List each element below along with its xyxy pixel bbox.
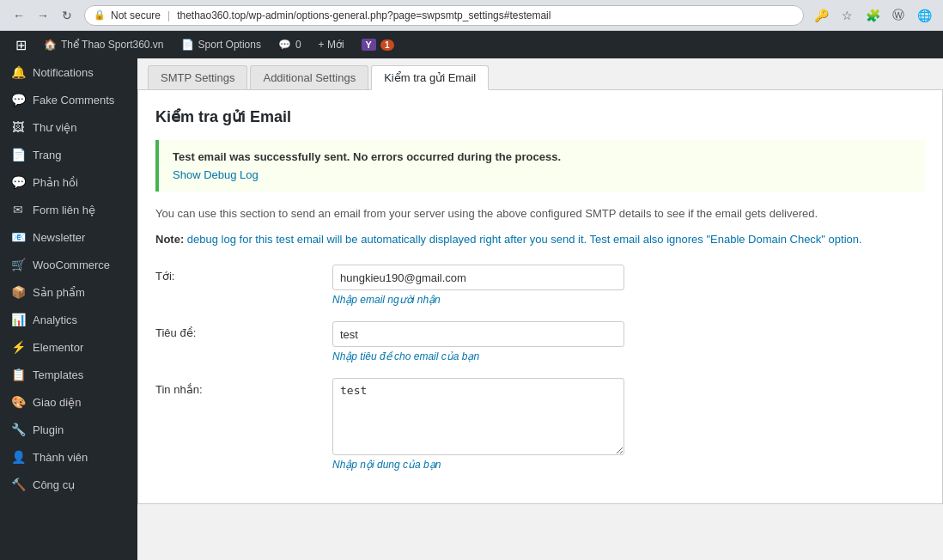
thanh-vien-label: Thành viên bbox=[33, 451, 88, 464]
wp-logo-icon: ⊞ bbox=[15, 37, 27, 53]
plugin-icon: 🔧 bbox=[10, 423, 26, 436]
show-debug-log-link[interactable]: Show Debug Log bbox=[173, 168, 259, 181]
page-content: Kiểm tra gửi Email Test email was succes… bbox=[137, 90, 943, 504]
notice-message: Test email was successfully sent. No err… bbox=[173, 150, 911, 163]
comments-icon: 💬 bbox=[278, 39, 291, 51]
giao-dien-label: Giao diện bbox=[33, 396, 81, 409]
sidebar-item-templates[interactable]: 📋 Templates bbox=[0, 361, 137, 388]
sidebar-item-san-pham[interactable]: 📦 Sản phẩm bbox=[0, 278, 137, 306]
site-name-label: Thể Thao Sport360.vn bbox=[61, 39, 164, 51]
notifications-label: Notifications bbox=[33, 66, 94, 79]
success-notice: Test email was successfully sent. No err… bbox=[155, 140, 925, 192]
description-text: You can use this section to send an emai… bbox=[155, 205, 925, 222]
extensions-icon[interactable]: 🧩 bbox=[862, 5, 883, 26]
form-lien-he-label: Form liên hệ bbox=[33, 204, 95, 216]
fake-comments-icon: 💬 bbox=[10, 93, 26, 107]
adminbar-comments[interactable]: 💬 0 bbox=[270, 31, 310, 58]
templates-icon: 📋 bbox=[10, 368, 26, 381]
pages-icon: 📄 bbox=[181, 39, 194, 51]
yoast-badge: 1 bbox=[380, 40, 394, 51]
reload-button[interactable]: ↻ bbox=[57, 5, 77, 26]
thu-vien-icon: 🖼 bbox=[10, 120, 26, 134]
url-text: thethao360.top/wp-admin/options-general.… bbox=[177, 9, 551, 21]
sidebar-item-giao-dien[interactable]: 🎨 Giao diện bbox=[0, 388, 137, 416]
sidebar-item-notifications[interactable]: 🔔 Notifications bbox=[0, 58, 137, 86]
wp-ext-icon[interactable]: Ⓦ bbox=[888, 5, 909, 26]
browser-chrome: ← → ↻ 🔒 Not secure | thethao360.top/wp-a… bbox=[0, 0, 943, 31]
sport-options-label: Sport Options bbox=[198, 39, 261, 51]
sidebar-item-phan-hoi[interactable]: 💬 Phản hồi bbox=[0, 168, 137, 196]
not-secure-label: Not secure bbox=[111, 9, 161, 21]
newsletter-icon: 📧 bbox=[10, 230, 26, 244]
sidebar-item-cong-cu[interactable]: 🔨 Công cụ bbox=[0, 471, 137, 498]
trang-icon: 📄 bbox=[10, 148, 26, 161]
browser-nav-buttons: ← → ↻ bbox=[9, 5, 77, 26]
elementor-icon: ⚡ bbox=[10, 340, 26, 354]
sidebar-item-form-lien-he[interactable]: ✉ Form liên hệ bbox=[0, 196, 137, 223]
form-lien-he-icon: ✉ bbox=[10, 203, 26, 216]
sidebar-item-thu-vien[interactable]: 🖼 Thư viện bbox=[0, 113, 137, 141]
new-label: + Mới bbox=[319, 39, 344, 51]
to-hint: Nhập email người nhận bbox=[332, 294, 624, 306]
site-home-icon: 🏠 bbox=[44, 39, 57, 51]
sidebar-item-trang[interactable]: 📄 Trang bbox=[0, 141, 137, 168]
sidebar-item-elementor[interactable]: ⚡ Elementor bbox=[0, 333, 137, 361]
url-separator: | bbox=[167, 9, 170, 21]
page-title: Kiểm tra gửi Email bbox=[155, 107, 925, 126]
star-icon[interactable]: ☆ bbox=[837, 5, 857, 26]
subject-hint: Nhập tiêu đề cho email của bạn bbox=[332, 350, 624, 362]
thanh-vien-icon: 👤 bbox=[10, 450, 26, 464]
analytics-label: Analytics bbox=[33, 313, 77, 326]
subject-input[interactable] bbox=[332, 321, 624, 347]
wp-admin-bar: ⊞ 🏠 Thể Thao Sport360.vn 📄 Sport Options… bbox=[0, 31, 943, 58]
tab-smtp-settings[interactable]: SMTP Settings bbox=[148, 65, 247, 89]
message-hint: Nhập nội dung của bạn bbox=[332, 459, 624, 471]
translate-icon[interactable]: 🌐 bbox=[914, 5, 934, 26]
tab-additional-settings[interactable]: Additional Settings bbox=[250, 65, 368, 89]
thu-vien-label: Thư viện bbox=[33, 121, 76, 134]
content-area: SMTP Settings Additional Settings Kiểm t… bbox=[137, 58, 943, 560]
adminbar-yoast[interactable]: Y 1 bbox=[353, 31, 403, 58]
san-pham-label: Sản phẩm bbox=[33, 286, 85, 299]
note-text: Note: debug log for this test email will… bbox=[155, 231, 925, 248]
adminbar-sport-options[interactable]: 📄 Sport Options bbox=[173, 31, 270, 58]
templates-label: Templates bbox=[33, 368, 83, 381]
subject-label: Tiêu đề: bbox=[155, 321, 319, 339]
lock-icon: 🔒 bbox=[94, 9, 106, 21]
plugin-label: Plugin bbox=[33, 423, 64, 436]
address-bar[interactable]: 🔒 Not secure | thethao360.top/wp-admin/o… bbox=[84, 5, 804, 26]
key-icon[interactable]: 🔑 bbox=[811, 5, 831, 26]
form-row-message: Tin nhắn: Nhập nội dung của bạn bbox=[155, 378, 925, 471]
woocommerce-label: WooCommerce bbox=[33, 259, 110, 271]
main-layout: 🔔 Notifications 💬 Fake Comments 🖼 Thư vi… bbox=[0, 58, 943, 560]
adminbar-wp-logo[interactable]: ⊞ bbox=[7, 31, 35, 58]
analytics-icon: 📊 bbox=[10, 313, 26, 326]
adminbar-site-name[interactable]: 🏠 Thể Thao Sport360.vn bbox=[35, 31, 173, 58]
woocommerce-icon: 🛒 bbox=[10, 258, 26, 271]
tabs-container: SMTP Settings Additional Settings Kiểm t… bbox=[137, 58, 943, 90]
to-input[interactable] bbox=[332, 265, 624, 290]
back-button[interactable]: ← bbox=[9, 5, 29, 26]
newsletter-label: Newsletter bbox=[33, 231, 85, 244]
note-label: Note: bbox=[155, 233, 184, 246]
sidebar-item-newsletter[interactable]: 📧 Newsletter bbox=[0, 223, 137, 251]
notifications-icon: 🔔 bbox=[10, 65, 26, 79]
to-label: Tới: bbox=[155, 265, 319, 283]
sidebar-item-woocommerce[interactable]: 🛒 WooCommerce bbox=[0, 251, 137, 278]
sidebar-item-thanh-vien[interactable]: 👤 Thành viên bbox=[0, 443, 137, 471]
sidebar-item-analytics[interactable]: 📊 Analytics bbox=[0, 306, 137, 333]
elementor-label: Elementor bbox=[33, 341, 83, 354]
message-textarea[interactable] bbox=[332, 378, 624, 455]
note-body: debug log for this test email will be au… bbox=[187, 233, 862, 246]
adminbar-new[interactable]: + Mới bbox=[310, 31, 353, 58]
phan-hoi-label: Phản hồi bbox=[33, 176, 78, 189]
to-field-wrap: Nhập email người nhận bbox=[332, 265, 624, 306]
sidebar-item-plugin[interactable]: 🔧 Plugin bbox=[0, 416, 137, 443]
tab-test-email[interactable]: Kiểm tra gửi Email bbox=[371, 65, 489, 90]
cong-cu-icon: 🔨 bbox=[10, 478, 26, 491]
comments-count: 0 bbox=[295, 39, 301, 51]
forward-button[interactable]: → bbox=[33, 5, 53, 26]
yoast-icon: Y bbox=[362, 39, 376, 51]
sidebar-item-fake-comments[interactable]: 💬 Fake Comments bbox=[0, 86, 137, 113]
fake-comments-label: Fake Comments bbox=[33, 94, 114, 107]
